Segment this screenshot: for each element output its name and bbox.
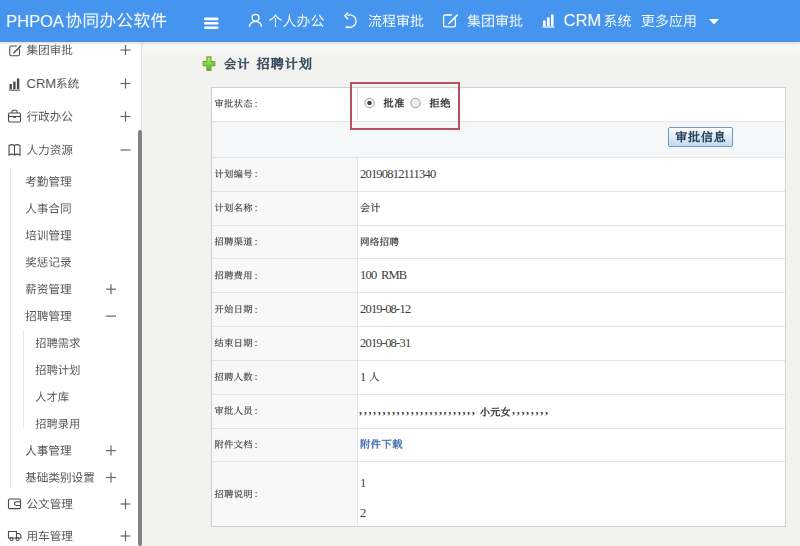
svg-text:1: 1 xyxy=(360,370,366,384)
svg-text:PHPOA: PHPOA xyxy=(6,12,64,30)
svg-text:100 RMB: 100 RMB xyxy=(360,268,407,282)
svg-text::: : xyxy=(254,303,257,315)
svg-text:,,,,,,,,: ,,,,,,,, xyxy=(512,403,550,417)
svg-text::: : xyxy=(254,269,257,281)
svg-text::: : xyxy=(254,438,257,450)
svg-text:2019-08-31: 2019-08-31 xyxy=(360,336,411,350)
svg-text:1: 1 xyxy=(360,476,366,490)
svg-text::: : xyxy=(254,235,257,247)
svg-text:CRM: CRM xyxy=(564,11,602,29)
svg-text::: : xyxy=(254,167,257,179)
svg-text:20190812111340: 20190812111340 xyxy=(360,167,436,181)
svg-text::: : xyxy=(254,404,257,416)
svg-text::: : xyxy=(254,201,257,213)
svg-text::: : xyxy=(254,97,257,109)
svg-text::: : xyxy=(254,370,257,382)
svg-text::: : xyxy=(254,487,257,499)
svg-text:CRM: CRM xyxy=(27,76,57,91)
svg-text:2: 2 xyxy=(360,506,366,520)
svg-text::: : xyxy=(254,336,257,348)
svg-text:2019-08-12: 2019-08-12 xyxy=(360,302,411,316)
svg-text:,,,,,,,,,,,,,,,,,,,,,,,,,: ,,,,,,,,,,,,,,,,,,,,,,,,, xyxy=(359,403,477,417)
